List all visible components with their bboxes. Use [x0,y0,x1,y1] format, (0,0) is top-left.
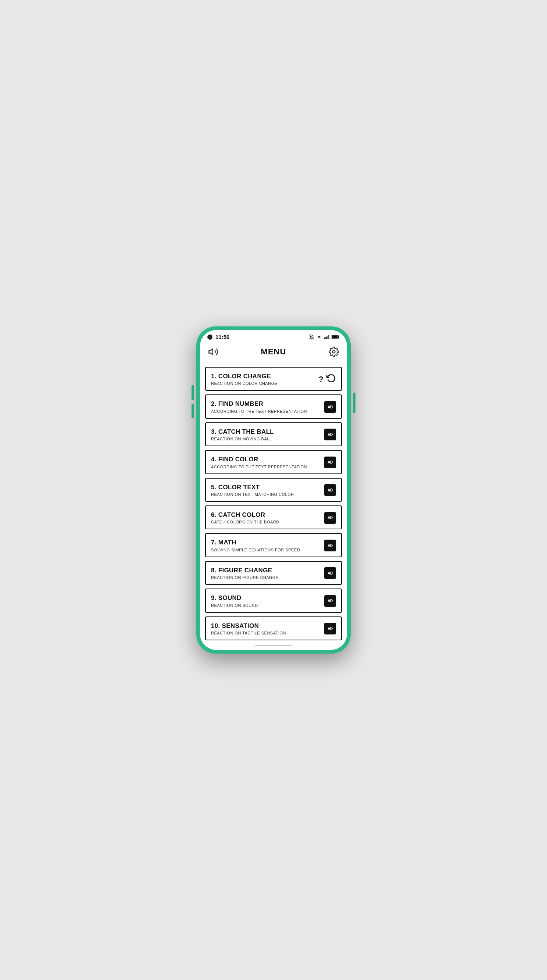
menu-item-8-text: 8. FIGURE CHANGE REACTION ON FIGURE CHAN… [211,567,321,580]
menu-item-7-subtitle: SOLVING SIMPLE EQUATIONS FOR SPEED [211,548,321,552]
home-bar [255,645,292,646]
menu-item-4[interactable]: 4. FIND COLOR ACCORDING TO THE TEXT REPR… [205,450,342,474]
app-bar: MENU [200,342,347,363]
wifi-icon [316,334,322,340]
menu-item-6-title: 6. CATCH COLOR [211,511,321,519]
menu-item-6[interactable]: 6. CATCH COLOR CATCH COLORS ON THE BOARD… [205,506,342,529]
phone-frame: 11:56 [196,326,351,654]
menu-item-1-subtitle: REACTION ON COLOR CHANGE [211,381,316,386]
menu-item-6-subtitle: CATCH COLORS ON THE BOARD [211,520,321,524]
menu-item-5-title: 5. COLOR TEXT [211,484,321,491]
status-icons [309,334,340,340]
menu-item-5[interactable]: 5. COLOR TEXT REACTION ON TEXT MATCHING … [205,478,342,502]
ad-icon-10: AD [324,623,336,635]
menu-item-1-title: 1. COLOR CHANGE [211,373,316,380]
menu-item-9-text: 9. SOUND REACTION ON SOUND [211,594,321,607]
menu-item-4-subtitle: ACCORDING TO THE TEXT REPRESENTATION [211,465,321,469]
svg-point-8 [333,351,335,353]
menu-item-3-text: 3. CATCH THE BALL REACTION ON MOVING BAL… [211,428,321,441]
settings-icon [329,347,339,357]
help-icon[interactable]: ? [319,375,323,384]
menu-item-7-title: 7. MATH [211,539,321,546]
svg-rect-4 [328,335,329,339]
camera-icon [207,334,213,340]
power-button[interactable] [353,393,356,413]
menu-item-8-icons: AD [324,567,336,579]
page-title: MENU [261,347,286,356]
menu-list: 1. COLOR CHANGE REACTION ON COLOR CHANGE… [200,363,347,641]
menu-item-10[interactable]: 10. SENSATION REACTION ON TACTILE SENSAT… [205,616,342,640]
status-bar: 11:56 [200,330,347,342]
mute-icon [309,334,314,340]
menu-item-4-icons: AD [324,457,336,468]
ad-icon-4: AD [324,457,336,468]
phone-screen: 11:56 [200,330,347,650]
ad-icon-9: AD [324,595,336,607]
menu-item-5-icons: AD [324,484,336,496]
ad-icon-3: AD [324,429,336,441]
svg-line-0 [310,334,314,339]
ad-icon-5: AD [324,484,336,496]
menu-item-9-icons: AD [324,595,336,607]
svg-rect-2 [326,337,326,339]
menu-item-4-text: 4. FIND COLOR ACCORDING TO THE TEXT REPR… [211,456,321,469]
menu-item-5-text: 5. COLOR TEXT REACTION ON TEXT MATCHING … [211,484,321,496]
menu-item-7[interactable]: 7. MATH SOLVING SIMPLE EQUATIONS FOR SPE… [205,533,342,557]
ad-icon-7: AD [324,539,336,551]
svg-rect-1 [324,337,325,339]
menu-item-7-icons: AD [324,539,336,551]
svg-rect-6 [332,336,337,338]
sound-button[interactable] [207,345,220,358]
signal-icon [324,334,330,340]
svg-rect-3 [327,336,328,339]
menu-item-3[interactable]: 3. CATCH THE BALL REACTION ON MOVING BAL… [205,422,342,446]
menu-item-2-subtitle: ACCORDING TO THE TEXT REPRESENTATION [211,409,321,414]
svg-marker-7 [209,349,213,355]
menu-item-9-title: 9. SOUND [211,594,321,602]
home-indicator [200,641,347,650]
menu-item-10-icons: AD [324,623,336,635]
menu-item-8[interactable]: 8. FIGURE CHANGE REACTION ON FIGURE CHAN… [205,561,342,585]
menu-item-5-subtitle: REACTION ON TEXT MATCHING COLOR [211,492,321,496]
menu-item-6-text: 6. CATCH COLOR CATCH COLORS ON THE BOARD [211,511,321,524]
volume-up-button[interactable] [191,385,194,400]
volume-down-button[interactable] [191,404,194,418]
menu-item-2-text: 2. FIND NUMBER ACCORDING TO THE TEXT REP… [211,400,321,413]
menu-item-3-subtitle: REACTION ON MOVING BALL [211,437,321,441]
menu-item-1-text: 1. COLOR CHANGE REACTION ON COLOR CHANGE [211,373,316,386]
menu-item-1-icons: ? [319,374,336,385]
menu-item-4-title: 4. FIND COLOR [211,456,321,463]
ad-icon-6: AD [324,512,336,524]
menu-item-10-subtitle: REACTION ON TACTILE SENSATION [211,631,321,635]
menu-item-9[interactable]: 9. SOUND REACTION ON SOUND AD [205,589,342,612]
menu-item-8-title: 8. FIGURE CHANGE [211,567,321,574]
menu-item-6-icons: AD [324,512,336,524]
menu-item-2-icons: AD [324,401,336,413]
ad-icon-8: AD [324,567,336,579]
menu-item-10-title: 10. SENSATION [211,622,321,630]
menu-item-2-title: 2. FIND NUMBER [211,400,321,408]
ad-icon-2: AD [324,401,336,413]
menu-item-7-text: 7. MATH SOLVING SIMPLE EQUATIONS FOR SPE… [211,539,321,552]
menu-item-8-subtitle: REACTION ON FIGURE CHANGE [211,575,321,580]
settings-button[interactable] [327,345,340,358]
status-time: 11:56 [215,334,229,340]
sound-icon [208,347,218,357]
menu-item-3-icons: AD [324,429,336,441]
menu-item-10-text: 10. SENSATION REACTION ON TACTILE SENSAT… [211,622,321,635]
menu-item-3-title: 3. CATCH THE BALL [211,428,321,436]
battery-icon [332,335,340,339]
history-icon[interactable] [326,374,336,385]
menu-item-1[interactable]: 1. COLOR CHANGE REACTION ON COLOR CHANGE… [205,367,342,391]
menu-item-9-subtitle: REACTION ON SOUND [211,603,321,608]
status-left: 11:56 [207,334,229,340]
menu-item-2[interactable]: 2. FIND NUMBER ACCORDING TO THE TEXT REP… [205,395,342,418]
